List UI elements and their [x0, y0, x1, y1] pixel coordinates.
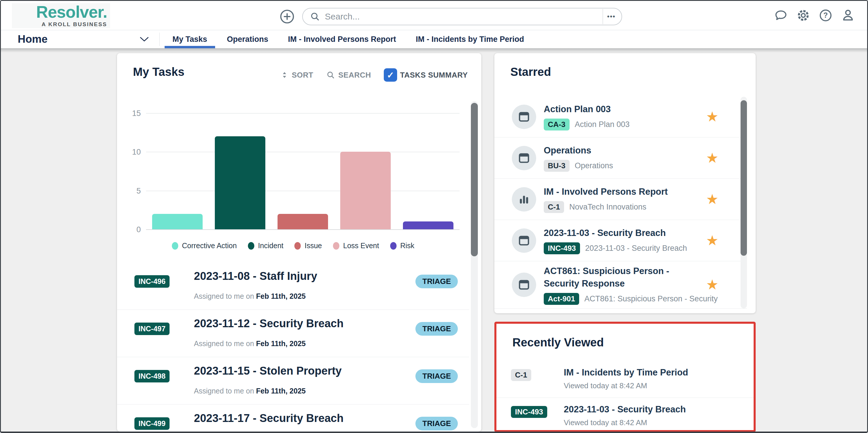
item-subtitle: 2023-11-03 - Security Breach — [585, 244, 687, 253]
nav-tab[interactable]: IM - Incidents by Time Period — [408, 30, 532, 48]
item-main: IM - Involved Persons Report C-1 NovaTec… — [544, 185, 668, 213]
scrollbar-thumb[interactable] — [471, 103, 478, 256]
search-tasks-button[interactable]: SEARCH — [326, 70, 371, 80]
item-avatar — [512, 146, 536, 170]
recent-item[interactable]: C-1 IM - Incidents by Time Period Viewed… — [496, 361, 754, 398]
starred-item[interactable]: Operations BU-3 Operations ★ — [494, 138, 747, 179]
starred-item-title[interactable]: IM - Involved Persons Report — [544, 185, 668, 198]
search-icon — [326, 70, 335, 80]
window-icon — [517, 151, 531, 165]
task-title[interactable]: 2023-11-15 - Stolen Property — [194, 365, 342, 377]
nav-tab[interactable]: My Tasks — [164, 30, 215, 48]
task-row[interactable]: INC-498 2023-11-15 - Stolen Property TRI… — [117, 357, 469, 405]
starred-item-title[interactable]: 2023-11-03 - Security Breach — [544, 227, 683, 239]
starred-item[interactable]: Action Plan 003 CA-3 Action Plan 003 ★ — [494, 96, 747, 138]
task-row[interactable]: INC-497 2023-11-12 - Security Breach TRI… — [117, 310, 469, 357]
search-icon — [310, 11, 320, 22]
sort-button[interactable]: SORT — [280, 70, 313, 80]
starred-item[interactable]: 2023-11-03 - Security Breach INC-493 202… — [494, 220, 747, 261]
scrollbar-thumb[interactable] — [741, 100, 747, 256]
star-icon[interactable]: ★ — [706, 278, 718, 292]
question-circle-icon: ? — [819, 8, 833, 22]
item-subtitle: NovaTech Innovations — [569, 203, 647, 211]
starred-scrollbar[interactable] — [741, 97, 747, 308]
help-button[interactable]: ? — [819, 8, 833, 22]
task-title[interactable]: 2023-11-12 - Security Breach — [194, 317, 343, 330]
item-id-badge: CA-3 — [544, 119, 569, 131]
legend-label: Incident — [258, 241, 284, 250]
recent-item-title[interactable]: 2023-11-03 - Security Breach — [564, 404, 686, 415]
assigned-date: Feb 11th, 2025 — [256, 292, 306, 300]
starred-item[interactable]: ACT861: Suspicious Person - Security Res… — [494, 261, 747, 309]
star-icon[interactable]: ★ — [706, 151, 718, 165]
legend-dot-icon — [294, 242, 301, 250]
legend-label: Risk — [400, 241, 414, 250]
search-input[interactable] — [324, 11, 569, 22]
brand-subtitle: A KROLL BUSINESS — [41, 21, 107, 28]
tasks-scrollbar[interactable] — [471, 101, 478, 428]
star-icon[interactable]: ★ — [706, 192, 718, 206]
sort-label: SORT — [292, 70, 313, 80]
home-menu[interactable]: Home — [18, 33, 48, 45]
chart-bar — [215, 136, 265, 229]
bar-chart-icon — [517, 193, 531, 206]
tasks-summary-label: TASKS SUMMARY — [400, 70, 468, 80]
task-title[interactable]: 2023-11-08 - Staff Injury — [194, 270, 317, 283]
task-title[interactable]: 2023-11-17 - Security Breach — [194, 412, 343, 425]
y-axis-tick: 10 — [126, 148, 141, 156]
nav-tab[interactable]: Operations — [219, 30, 276, 48]
top-bar: Resolver. A KROLL BUSINESS ••• — [1, 1, 867, 30]
y-axis-tick: 15 — [126, 109, 141, 118]
assigned-prefix: Assigned to me on — [194, 340, 254, 348]
recent-item[interactable]: INC-493 2023-11-03 - Security Breach Vie… — [496, 398, 754, 432]
tasks-summary-toggle[interactable]: ✓ TASKS SUMMARY — [384, 68, 468, 82]
recent-item-meta: Viewed today at 8:42 AM — [564, 381, 647, 390]
task-status-badge: TRIAGE — [415, 417, 458, 430]
recently-viewed-title: Recently Viewed — [513, 336, 604, 349]
task-assigned-meta: Assigned to me on Feb 11th, 2025 — [194, 340, 306, 348]
item-subtitle: Operations — [575, 161, 613, 170]
item-main: Action Plan 003 CA-3 Action Plan 003 — [544, 103, 630, 130]
star-icon[interactable]: ★ — [706, 110, 718, 124]
star-icon[interactable]: ★ — [706, 234, 718, 248]
assigned-prefix: Assigned to me on — [194, 292, 254, 300]
my-tasks-card: My Tasks SORT SEARCH ✓ TASKS SUMMARY 051… — [117, 53, 481, 432]
search-label: SEARCH — [338, 70, 371, 80]
starred-item-title[interactable]: ACT861: Suspicious Person - Security Res… — [544, 265, 683, 290]
task-row[interactable]: INC-496 2023-11-08 - Staff Injury TRIAGE… — [117, 262, 469, 310]
settings-button[interactable] — [796, 8, 810, 22]
nav-tab[interactable]: IM - Involved Persons Report — [280, 30, 404, 48]
item-subtitle: ACT861: Suspicious Person - Security — [584, 294, 718, 304]
search-more-button[interactable]: ••• — [603, 8, 619, 25]
starred-item-title[interactable]: Operations — [544, 144, 613, 156]
chart-bar — [152, 214, 203, 229]
legend-label: Issue — [305, 241, 322, 250]
starred-title: Starred — [510, 65, 551, 79]
resolver-logo[interactable]: Resolver. A KROLL BUSINESS — [12, 3, 110, 28]
plus-circle-icon — [280, 9, 294, 24]
item-avatar — [512, 272, 536, 297]
task-id-badge: INC-496 — [134, 275, 169, 288]
chevron-down-icon[interactable] — [140, 37, 149, 42]
recent-item-title[interactable]: IM - Incidents by Time Period — [564, 367, 688, 378]
tab-label: Operations — [227, 35, 269, 44]
gridline — [146, 229, 460, 230]
chart-bar — [278, 214, 328, 229]
legend-item: Incident — [248, 241, 284, 250]
legend-item: Corrective Action — [172, 241, 237, 250]
window-icon — [517, 110, 531, 123]
item-id-badge: BU-3 — [544, 160, 569, 172]
chat-button[interactable] — [774, 8, 788, 22]
item-id-badge: INC-493 — [544, 242, 580, 254]
task-list: INC-496 2023-11-08 - Staff Injury TRIAGE… — [117, 262, 469, 432]
starred-item[interactable]: IM - Involved Persons Report C-1 NovaTec… — [494, 179, 747, 220]
my-tasks-title: My Tasks — [133, 65, 184, 79]
task-row[interactable]: INC-499 2023-11-17 - Security Breach TRI… — [117, 405, 469, 432]
user-account-button[interactable] — [841, 8, 855, 22]
tab-label: IM - Incidents by Time Period — [416, 35, 524, 44]
item-main: ACT861: Suspicious Person - Security Res… — [544, 265, 718, 305]
add-button[interactable] — [280, 9, 294, 24]
starred-item-title[interactable]: Action Plan 003 — [544, 103, 630, 115]
checkbox-checked-icon[interactable]: ✓ — [384, 68, 397, 82]
window-icon — [517, 278, 531, 291]
